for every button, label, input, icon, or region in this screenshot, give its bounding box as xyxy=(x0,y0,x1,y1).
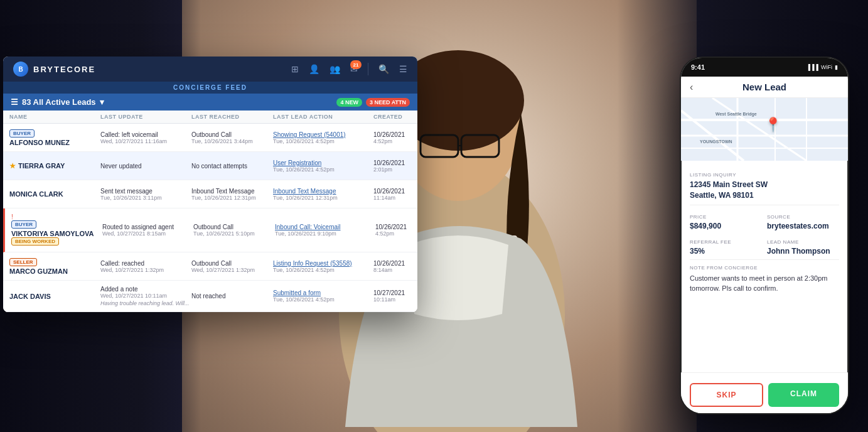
table-row[interactable]: JACK DAVIS Added a note Wed, 10/27/2021 … xyxy=(3,281,417,312)
lead-name-label: LEAD NAME xyxy=(767,239,839,245)
seller-tag: SELLER xyxy=(9,258,37,266)
lead-name-value: Johnn Thompson xyxy=(767,247,839,256)
phone-status-icons: ▐▐▐ WiFi ▮ xyxy=(806,64,838,70)
last-update-cell: Added a note Wed, 10/27/2021 10:11am Hav… xyxy=(100,286,191,306)
col-last-update: LAST UPDATE xyxy=(100,114,191,120)
app-header: B BRYTECORE ⊞ 👤 👥 ✉ 🔍 ☰ xyxy=(3,57,417,82)
phone-page-title: New Lead xyxy=(742,82,786,92)
last-reached-cell: Not reached xyxy=(191,293,273,300)
concierge-bar: CONCIERGE FEED xyxy=(3,82,417,94)
last-update-cell: Routed to assigned agent Wed, 10/27/2021… xyxy=(102,224,193,237)
source-value: bryteestates.com xyxy=(767,222,839,230)
header-divider xyxy=(368,63,368,75)
created-cell: 10/26/2021 11:14am xyxy=(373,188,417,201)
leads-title[interactable]: ☰ 83 All Active Leads ▾ xyxy=(11,97,104,107)
created-cell: 10/27/2021 10:11am xyxy=(373,289,417,303)
lead-name-cell: SELLER MARCO GUZMAN xyxy=(9,258,100,275)
phone-topbar: ‹ New Lead xyxy=(681,77,848,98)
logo-icon: B xyxy=(13,62,28,77)
svg-text:West Seattle Bridge: West Seattle Bridge xyxy=(715,112,757,117)
phone-content: LISTING INQUIRY 12345 Main Street SWSeat… xyxy=(681,161,848,367)
claim-button[interactable]: CLAIM xyxy=(768,383,839,407)
lead-name: VIKTORIYA SAMOYLOVA xyxy=(11,230,102,237)
lead-name-cell: ! BUYER VIKTORIYA SAMOYLOVA BEING WORKED xyxy=(11,213,102,247)
last-reached-cell: Inbound Text Message Tue, 10/26/2021 12:… xyxy=(191,188,273,201)
table-row[interactable]: ! BUYER VIKTORIYA SAMOYLOVA BEING WORKED… xyxy=(3,208,417,252)
last-reached-cell: No contact attempts xyxy=(191,163,273,170)
table-row[interactable]: MONICA CLARK Sent text message Tue, 10/2… xyxy=(3,180,417,208)
table-row[interactable]: BUYER ALFONSO MUNEZ Called: left voicema… xyxy=(3,124,417,152)
lead-name-item: LEAD NAME Johnn Thompson xyxy=(767,234,839,256)
lead-name: MONICA CLARK xyxy=(9,190,100,198)
last-update-cell: Never updated xyxy=(100,163,191,170)
buyer-tag: BUYER xyxy=(9,129,35,138)
buildings-icon[interactable]: ⊞ xyxy=(291,64,299,74)
last-action-cell: Submitted a form Tue, 10/26/2021 4:52pm xyxy=(273,289,373,303)
badge-new: 4 NEW xyxy=(336,98,362,107)
listing-address: 12345 Main Street SWSeattle, WA 98101 xyxy=(690,180,839,201)
phone-grid-price-source: PRICE $849,900 SOURCE bryteestates.com xyxy=(690,209,839,230)
leads-table: BUYER ALFONSO MUNEZ Called: left voicema… xyxy=(3,124,417,312)
table-header: NAME LAST UPDATE LAST REACHED LAST LEAD … xyxy=(3,111,417,124)
phone-map: West Seattle Bridge YOUNGSTOWN 📍 xyxy=(681,98,848,161)
app-logo: B BRYTECORE xyxy=(13,62,95,77)
lead-name-cell: JACK DAVIS xyxy=(9,293,100,300)
buyer-tag: BUYER xyxy=(11,220,36,229)
created-cell: 10/26/2021 4:52pm xyxy=(375,224,417,237)
wifi-icon: WiFi xyxy=(821,64,832,70)
referral-label: REFERRAL FEE xyxy=(690,239,762,245)
badge-attn: 3 NEED ATTN xyxy=(366,98,410,107)
phone-ui: 9:41 ▐▐▐ WiFi ▮ ‹ New Lead West Sea xyxy=(680,57,849,414)
col-last-action: LAST LEAD ACTION xyxy=(273,114,373,120)
header-icons: ⊞ 👤 👥 ✉ 🔍 ☰ xyxy=(291,63,407,75)
lead-name: JACK DAVIS xyxy=(9,293,100,300)
menu-icon[interactable]: ☰ xyxy=(399,64,407,74)
created-cell: 10/26/2021 8:14am xyxy=(373,260,417,273)
battery-icon: ▮ xyxy=(835,64,838,70)
price-value: $849,900 xyxy=(690,222,762,230)
table-row[interactable]: SELLER MARCO GUZMAN Called: reached Wed,… xyxy=(3,252,417,281)
phone-actions-row: SKIP CLAIM xyxy=(681,378,848,413)
lead-name-cell: MONICA CLARK xyxy=(9,190,100,198)
table-row[interactable]: ★TIERRA GRAY Never updated No contact at… xyxy=(3,152,417,180)
phone-status-bar: 9:41 ▐▐▐ WiFi ▮ xyxy=(681,58,848,77)
leads-badges: 4 NEW 3 NEED ATTN xyxy=(336,98,410,107)
price-label: PRICE xyxy=(690,214,762,220)
leads-header: ☰ 83 All Active Leads ▾ 4 NEW 3 NEED ATT… xyxy=(3,94,417,111)
lead-name-cell: ★TIERRA GRAY xyxy=(9,162,100,170)
lead-name: MARCO GUZMAN xyxy=(9,267,100,275)
signal-icon: ▐▐▐ xyxy=(806,64,818,70)
team-icon[interactable]: 👥 xyxy=(330,64,340,74)
last-reached-cell: Outbound Call Tue, 10/26/2021 5:10pm xyxy=(193,224,275,237)
listing-label: LISTING INQUIRY xyxy=(690,172,839,178)
last-reached-cell: Outbound Call Tue, 10/26/2021 3:44pm xyxy=(191,131,273,144)
contacts-icon[interactable]: 👤 xyxy=(309,64,319,74)
col-name: NAME xyxy=(9,114,100,120)
leads-count-label: 83 All Active Leads xyxy=(22,97,96,107)
last-action-cell: Listing Info Request (53558) Tue, 10/26/… xyxy=(273,260,373,273)
last-action-cell: Inbound Text Message Tue, 10/26/2021 12:… xyxy=(273,188,373,201)
last-update-cell: Sent text message Tue, 10/26/2021 3:11pm xyxy=(100,188,191,201)
skip-button[interactable]: SKIP xyxy=(690,383,763,407)
last-update-cell: Called: reached Wed, 10/27/2021 1:32pm xyxy=(100,260,191,273)
source-label: SOURCE xyxy=(767,214,839,220)
map-pin: 📍 xyxy=(764,117,781,133)
star-icon: ★ xyxy=(9,162,16,170)
price-item: PRICE $849,900 xyxy=(690,209,762,230)
lead-name-cell: BUYER ALFONSO MUNEZ xyxy=(9,129,100,146)
being-worked-tag: BEING WORKED xyxy=(11,237,59,246)
last-update-cell: Called: left voicemail Wed, 10/27/2021 1… xyxy=(100,131,191,144)
phone-grid-referral-name: REFERRAL FEE 35% LEAD NAME Johnn Thompso… xyxy=(690,234,839,256)
last-reached-cell: Outbound Call Wed, 10/27/2021 1:32pm xyxy=(191,260,273,273)
lead-name: ALFONSO MUNEZ xyxy=(9,139,100,146)
note-label: NOTE FROM CONCIERGE xyxy=(690,265,839,271)
referral-value: 35% xyxy=(690,247,762,256)
notifications-icon[interactable]: ✉ xyxy=(350,64,358,74)
logo-text: BRYTECORE xyxy=(33,65,95,74)
search-icon[interactable]: 🔍 xyxy=(378,64,389,74)
note-text: Customer wants to meet in person at 2:30… xyxy=(690,273,839,294)
phone-time: 9:41 xyxy=(691,63,705,71)
warning-icon: ! xyxy=(11,213,13,220)
created-cell: 10/26/2021 2:01pm xyxy=(373,159,417,173)
back-button[interactable]: ‹ xyxy=(690,82,693,93)
